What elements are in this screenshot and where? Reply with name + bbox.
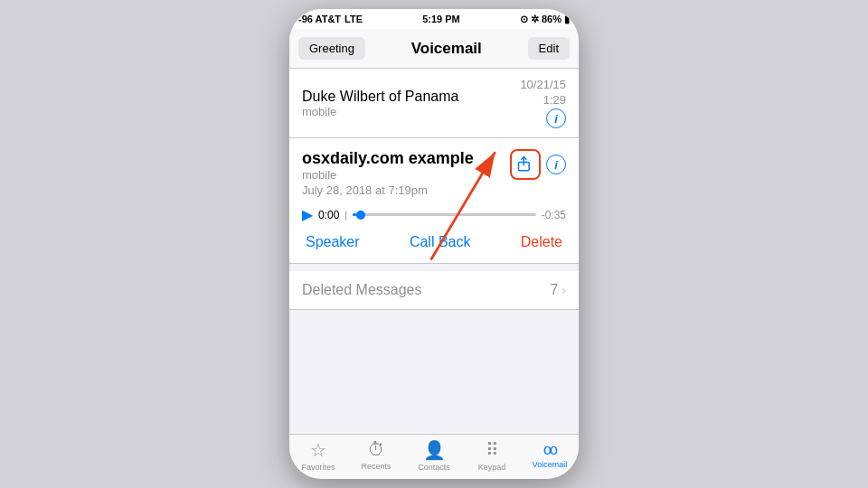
- alarm-icon: ⊙: [520, 14, 528, 25]
- greeting-button[interactable]: Greeting: [298, 37, 365, 60]
- nav-title: Voicemail: [411, 40, 482, 58]
- nav-bar: Greeting Voicemail Edit: [289, 29, 579, 69]
- vm-icons-row: i: [510, 149, 566, 180]
- action-row: Speaker Call Back Delete: [302, 234, 566, 250]
- content-area: Duke Wilbert of Panama mobile 10/21/15 1…: [289, 69, 579, 434]
- sender-name: Duke Wilbert of Panama: [302, 89, 458, 105]
- info-button-expanded[interactable]: i: [546, 155, 566, 174]
- keypad-icon: ⠿: [486, 439, 499, 461]
- status-left: -96 AT&T LTE: [298, 14, 363, 24]
- call-back-button[interactable]: Call Back: [410, 234, 471, 250]
- battery-label: 86%: [542, 14, 561, 24]
- tab-keypad[interactable]: ⠿ Keypad: [463, 439, 521, 472]
- audio-row: ▶ 0:00 | -0:35: [302, 206, 566, 223]
- tab-contacts[interactable]: 👤 Contacts: [405, 439, 463, 472]
- recents-label: Recents: [361, 462, 391, 471]
- info-button[interactable]: i: [546, 108, 566, 128]
- voicemail-item-collapsed[interactable]: Duke Wilbert of Panama mobile 10/21/15 1…: [289, 69, 579, 138]
- deleted-count-value: 7: [550, 282, 558, 298]
- deleted-count: 7 ›: [550, 282, 566, 298]
- network-label: LTE: [344, 14, 363, 24]
- bluetooth-icon: ✲: [531, 14, 539, 25]
- share-icon: [516, 155, 534, 174]
- battery-icon: ▮: [564, 14, 570, 25]
- sender-type: mobile: [302, 105, 458, 118]
- play-button[interactable]: ▶: [302, 206, 313, 223]
- favorites-icon: ☆: [310, 439, 326, 461]
- contacts-icon: 👤: [423, 439, 446, 461]
- scrubber-track[interactable]: [353, 213, 535, 216]
- vm-sender-block: osxdaily.com example mobile July 28, 201…: [302, 149, 474, 197]
- carrier-label: -96 AT&T: [298, 14, 341, 24]
- chevron-icon: ›: [561, 283, 566, 297]
- tab-bar: ☆ Favorites ⏱ Recents 👤 Contacts ⠿ Keypa…: [289, 434, 579, 479]
- status-right: ⊙ ✲ 86% ▮: [520, 14, 570, 25]
- deleted-messages-row[interactable]: Deleted Messages 7 ›: [289, 271, 579, 310]
- share-button[interactable]: [510, 149, 541, 180]
- vm-date: 10/21/15: [520, 78, 566, 91]
- vm-meta-right: 10/21/15 1:29 i: [520, 78, 566, 128]
- sender-info: Duke Wilbert of Panama mobile: [302, 89, 458, 118]
- vm-sender-type: mobile: [302, 168, 474, 182]
- edit-button[interactable]: Edit: [528, 37, 570, 60]
- time-separator: |: [344, 210, 347, 221]
- voicemail-icon: oo: [543, 442, 556, 458]
- vm-header-row: osxdaily.com example mobile July 28, 201…: [302, 149, 566, 197]
- status-bar: -96 AT&T LTE 5:19 PM ⊙ ✲ 86% ▮: [289, 9, 579, 29]
- tab-favorites[interactable]: ☆ Favorites: [289, 439, 347, 472]
- voicemail-item-expanded: osxdaily.com example mobile July 28, 201…: [289, 138, 579, 264]
- vm-duration: 1:29: [543, 93, 566, 107]
- voicemail-label: Voicemail: [533, 460, 568, 469]
- scrubber-dot: [356, 211, 365, 220]
- vm-sender-name: osxdaily.com example: [302, 149, 474, 168]
- phone-frame: -96 AT&T LTE 5:19 PM ⊙ ✲ 86% ▮ Greeting …: [289, 9, 579, 479]
- contacts-label: Contacts: [418, 463, 450, 472]
- keypad-label: Keypad: [478, 463, 506, 472]
- tab-voicemail[interactable]: oo Voicemail: [521, 442, 579, 469]
- deleted-label: Deleted Messages: [302, 282, 422, 298]
- favorites-label: Favorites: [301, 463, 335, 472]
- speaker-button[interactable]: Speaker: [306, 234, 360, 250]
- vm-timestamp: July 28, 2018 at 7:19pm: [302, 183, 474, 197]
- time-label: 5:19 PM: [422, 14, 460, 24]
- delete-button[interactable]: Delete: [521, 234, 562, 250]
- play-time: 0:00: [318, 209, 339, 221]
- tab-recents[interactable]: ⏱ Recents: [347, 439, 405, 471]
- remaining-time: -0:35: [542, 209, 566, 221]
- recents-icon: ⏱: [367, 439, 385, 460]
